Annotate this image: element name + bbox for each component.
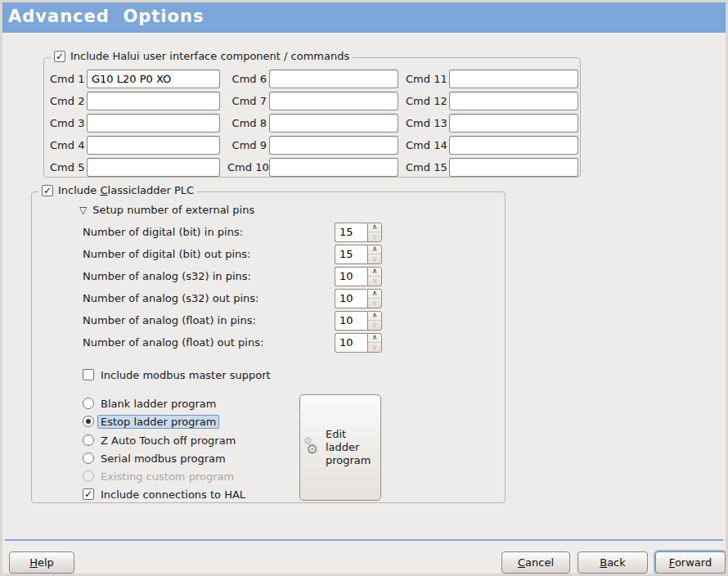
cmd-label: Cmd 13 <box>406 117 447 129</box>
cmd-row: Cmd 1 <box>50 70 220 88</box>
cmd-row: Cmd 3 <box>50 114 220 133</box>
expander-label: Setup number of external pins <box>92 204 254 216</box>
pin-row-label: Number of analog (float) in pins: <box>83 314 335 326</box>
digital-out-pins-input[interactable] <box>335 245 367 264</box>
cmd-label: Cmd 2 <box>50 95 84 107</box>
spin-up-icon[interactable]: ∧ <box>368 290 381 299</box>
spin-down-icon[interactable]: ∨ <box>368 342 381 352</box>
radio-icon <box>83 470 94 482</box>
radio-icon[interactable] <box>83 452 94 464</box>
float-in-pins-stepper[interactable]: ∧∨ <box>335 311 382 331</box>
pin-row-label: Number of analog (s32) out pins: <box>83 292 335 304</box>
radio-blank-ladder[interactable]: Blank ladder program <box>83 396 216 411</box>
spin-down-icon[interactable]: ∨ <box>368 298 381 308</box>
hal-connections-label: Include connections to HAL <box>101 488 245 501</box>
pin-row: Number of analog (float) out pins: ∧∨ <box>83 333 382 352</box>
classicladder-enable-row[interactable]: Include Classicladder PLC <box>38 184 197 196</box>
cmd-label: Cmd 15 <box>406 161 447 173</box>
radio-icon[interactable] <box>83 398 94 409</box>
external-pins-expander[interactable]: ▽ Setup number of external pins <box>79 204 254 216</box>
cmd-11-input[interactable] <box>449 70 578 88</box>
cmd-row: Cmd 2 <box>50 92 220 110</box>
s32-out-pins-input[interactable] <box>335 289 367 308</box>
cmd-2-input[interactable] <box>87 92 220 110</box>
radio-label-focused: Estop ladder program <box>97 415 219 429</box>
cmd-5-input[interactable] <box>87 158 220 177</box>
cmd-9-input[interactable] <box>269 136 398 155</box>
s32-in-pins-stepper[interactable]: ∧∨ <box>335 267 382 286</box>
halui-enable-checkbox[interactable] <box>54 51 65 62</box>
cancel-button[interactable]: Cancel <box>501 551 570 574</box>
cmd-15-input[interactable] <box>449 158 578 177</box>
pin-row-label: Number of analog (s32) in pins: <box>83 270 335 282</box>
float-out-pins-input[interactable] <box>335 333 367 353</box>
classicladder-enable-checkbox[interactable] <box>42 185 53 196</box>
pin-row: Number of analog (s32) in pins: ∧∨ <box>83 267 382 286</box>
halui-frame: Include Halui user interface component /… <box>43 57 581 178</box>
cmd-13-input[interactable] <box>449 114 578 133</box>
cmd-6-input[interactable] <box>269 70 398 88</box>
pin-row: Number of analog (s32) out pins: ∧∨ <box>83 289 382 308</box>
modbus-master-checkbox-row[interactable]: Include modbus master support <box>83 367 271 382</box>
radio-z-auto-touchoff[interactable]: Z Auto Touch off program <box>83 433 236 448</box>
cmd-10-input[interactable] <box>269 158 398 177</box>
cmd-label: Cmd 1 <box>50 73 84 85</box>
cmd-label: Cmd 11 <box>406 73 447 85</box>
cmd-label: Cmd 9 <box>227 139 267 151</box>
hal-connections-checkbox-row[interactable]: Include connections to HAL <box>83 487 245 502</box>
radio-icon[interactable] <box>83 434 94 446</box>
cmd-7-input[interactable] <box>269 92 398 110</box>
cmd-3-input[interactable] <box>87 114 220 133</box>
spin-up-icon[interactable]: ∧ <box>368 245 381 254</box>
cmd-label: Cmd 14 <box>406 139 447 151</box>
radio-label: Serial modbus program <box>101 452 226 465</box>
s32-out-pins-stepper[interactable]: ∧∨ <box>335 289 382 308</box>
classicladder-frame: Include Classicladder PLC ▽ Setup number… <box>31 191 506 503</box>
cmd-label: Cmd 4 <box>50 139 84 151</box>
pin-row: Number of digital (bit) out pins: ∧∨ <box>83 245 382 263</box>
radio-icon[interactable] <box>83 416 94 427</box>
spin-down-icon[interactable]: ∨ <box>368 320 381 330</box>
edit-ladder-program-button[interactable]: ⚙ ⚙ Edit ladder program <box>299 394 381 501</box>
cmd-row: Cmd 14 <box>406 136 578 155</box>
cmd-row: Cmd 11 <box>406 70 578 88</box>
gears-icon: ⚙ ⚙ <box>303 437 323 458</box>
cmd-12-input[interactable] <box>449 92 578 110</box>
cmd-4-input[interactable] <box>87 136 220 155</box>
help-button[interactable]: Help <box>9 551 74 574</box>
cmd-label: Cmd 10 <box>227 161 267 173</box>
cmd-row: Cmd 13 <box>406 114 578 133</box>
hal-connections-checkbox[interactable] <box>83 488 94 500</box>
pin-row: Number of analog (float) in pins: ∧∨ <box>83 311 382 330</box>
digital-out-pins-stepper[interactable]: ∧∨ <box>335 245 382 264</box>
radio-serial-modbus[interactable]: Serial modbus program <box>83 451 226 466</box>
cmd-14-input[interactable] <box>449 136 578 155</box>
forward-button[interactable]: Forward <box>655 551 726 574</box>
pin-row-label: Number of analog (float) out pins: <box>83 336 335 349</box>
spin-down-icon[interactable]: ∨ <box>368 232 381 241</box>
digital-in-pins-stepper[interactable]: ∧∨ <box>335 223 382 242</box>
cmd-label: Cmd 7 <box>227 95 267 107</box>
halui-enable-row[interactable]: Include Halui user interface component /… <box>51 50 353 62</box>
spin-down-icon[interactable]: ∨ <box>368 276 381 286</box>
cmd-1-input[interactable] <box>87 70 220 88</box>
spin-up-icon[interactable]: ∧ <box>368 268 381 277</box>
spin-down-icon[interactable]: ∨ <box>368 254 381 263</box>
chevron-down-icon: ▽ <box>79 205 87 215</box>
cmd-8-input[interactable] <box>269 114 398 133</box>
spin-up-icon[interactable]: ∧ <box>368 223 381 232</box>
float-in-pins-input[interactable] <box>335 311 367 331</box>
pin-row: Number of digital (bit) in pins: ∧∨ <box>83 223 382 241</box>
radio-label: Z Auto Touch off program <box>101 434 236 447</box>
digital-in-pins-input[interactable] <box>335 223 367 242</box>
spin-up-icon[interactable]: ∧ <box>368 334 381 343</box>
pin-row-label: Number of digital (bit) out pins: <box>83 248 335 260</box>
back-button[interactable]: Back <box>577 551 648 574</box>
float-out-pins-stepper[interactable]: ∧∨ <box>335 333 382 353</box>
spin-up-icon[interactable]: ∧ <box>368 312 381 321</box>
radio-estop-ladder[interactable]: Estop ladder program <box>83 414 219 429</box>
cmd-row: Cmd 10 <box>227 158 398 177</box>
s32-in-pins-input[interactable] <box>335 267 367 286</box>
modbus-master-checkbox[interactable] <box>83 369 94 380</box>
advanced-options-dialog: Advanced Options Include Halui user inte… <box>0 0 728 576</box>
